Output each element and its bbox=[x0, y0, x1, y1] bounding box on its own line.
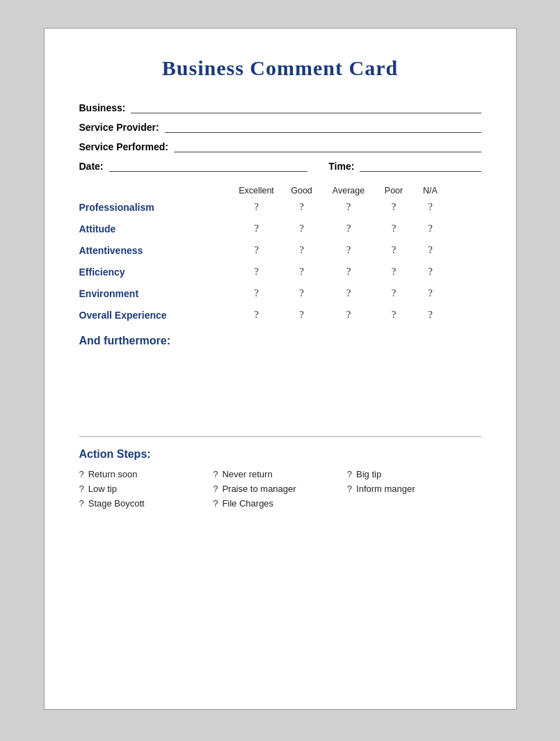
action-steps-title: Action Steps: bbox=[79, 448, 481, 461]
header-average: Average bbox=[323, 186, 375, 196]
time-label: Time: bbox=[328, 161, 354, 172]
service-provider-field-row: Service Provider: bbox=[79, 120, 481, 133]
rating-cell[interactable]: ? bbox=[413, 201, 448, 213]
date-line bbox=[109, 159, 308, 172]
action-icon: ? bbox=[79, 469, 84, 479]
rating-cell[interactable]: ? bbox=[232, 244, 281, 256]
business-line bbox=[131, 101, 481, 113]
rating-cell[interactable]: ? bbox=[232, 223, 281, 234]
date-field: Date: bbox=[79, 159, 308, 172]
rating-row: Professionalism????? bbox=[79, 201, 481, 213]
action-grid: ?Return soon?Never return?Big tip?Low ti… bbox=[79, 469, 481, 509]
comment-card: Business Comment Card Business: Service … bbox=[44, 28, 517, 710]
rating-cell[interactable]: ? bbox=[375, 223, 413, 234]
action-text: Low tip bbox=[88, 484, 117, 494]
rating-cell[interactable]: ? bbox=[281, 266, 323, 278]
rating-cell[interactable]: ? bbox=[232, 266, 281, 278]
action-text: File Charges bbox=[222, 498, 273, 509]
rating-cell[interactable]: ? bbox=[323, 287, 375, 299]
rating-cell[interactable]: ? bbox=[413, 244, 448, 256]
service-provider-line bbox=[165, 120, 481, 133]
rating-cell[interactable]: ? bbox=[281, 309, 323, 321]
rating-row: Efficiency????? bbox=[79, 266, 481, 278]
action-text: Never return bbox=[222, 469, 272, 479]
rating-cell[interactable]: ? bbox=[375, 201, 413, 213]
action-item: ?Return soon bbox=[79, 469, 214, 479]
rating-cell[interactable]: ? bbox=[281, 223, 323, 234]
service-provider-label: Service Provider: bbox=[79, 122, 159, 133]
ratings-section: Excellent Good Average Poor N/A Professi… bbox=[79, 186, 481, 321]
action-item: ?Inform manger bbox=[347, 484, 481, 494]
action-icon: ? bbox=[213, 469, 218, 479]
header-na: N/A bbox=[413, 186, 448, 196]
rating-cell[interactable]: ? bbox=[375, 287, 413, 299]
rating-row: Attentiveness????? bbox=[79, 244, 481, 256]
header-good: Good bbox=[281, 186, 323, 196]
rating-cell[interactable]: ? bbox=[375, 266, 413, 278]
rating-label: Environment bbox=[79, 288, 232, 299]
date-label: Date: bbox=[79, 161, 104, 172]
fields-section: Business: Service Provider: Service Perf… bbox=[79, 101, 481, 172]
action-text: Stage Boycott bbox=[88, 498, 145, 509]
action-item: ?Low tip bbox=[79, 484, 214, 494]
divider bbox=[79, 436, 481, 437]
service-performed-label: Service Performed: bbox=[79, 141, 168, 152]
rating-cell[interactable]: ? bbox=[281, 244, 323, 256]
rating-row: Overall Experience????? bbox=[79, 309, 481, 321]
furthermore-section: And furthermore: bbox=[79, 335, 481, 424]
business-field-row: Business: bbox=[79, 101, 481, 113]
action-item: ?Big tip bbox=[347, 469, 481, 479]
rating-cell[interactable]: ? bbox=[375, 244, 413, 256]
rating-cell[interactable]: ? bbox=[281, 201, 323, 213]
rating-row: Attitude????? bbox=[79, 223, 481, 234]
rating-cell[interactable]: ? bbox=[375, 309, 413, 321]
time-field: Time: bbox=[328, 159, 481, 172]
card-title: Business Comment Card bbox=[79, 56, 481, 80]
rating-cell[interactable]: ? bbox=[232, 309, 281, 321]
service-performed-field-row: Service Performed: bbox=[79, 140, 481, 152]
date-time-row: Date: Time: bbox=[79, 159, 481, 172]
rating-cell[interactable]: ? bbox=[413, 266, 448, 278]
action-icon: ? bbox=[213, 484, 218, 494]
header-excellent: Excellent bbox=[232, 186, 281, 196]
rating-rows-container: Professionalism?????Attitude?????Attenti… bbox=[79, 201, 481, 321]
rating-cell[interactable]: ? bbox=[323, 223, 375, 234]
time-line bbox=[360, 159, 481, 172]
action-icon: ? bbox=[79, 498, 84, 509]
action-text: Big tip bbox=[356, 469, 381, 479]
comments-area bbox=[79, 354, 481, 424]
action-steps-section: Action Steps: ?Return soon?Never return?… bbox=[79, 448, 481, 509]
service-performed-line bbox=[174, 140, 481, 152]
rating-cell[interactable]: ? bbox=[413, 287, 448, 299]
rating-cell[interactable]: ? bbox=[323, 309, 375, 321]
rating-label: Overall Experience bbox=[79, 310, 232, 321]
furthermore-title: And furthermore: bbox=[79, 335, 481, 347]
rating-label: Efficiency bbox=[79, 266, 232, 278]
rating-cell[interactable]: ? bbox=[232, 287, 281, 299]
action-item: ?File Charges bbox=[213, 498, 347, 509]
action-icon: ? bbox=[79, 484, 84, 494]
rating-cell[interactable]: ? bbox=[323, 244, 375, 256]
rating-cell[interactable]: ? bbox=[232, 201, 281, 213]
rating-label: Professionalism bbox=[79, 202, 232, 213]
header-empty bbox=[79, 186, 232, 196]
rating-cell[interactable]: ? bbox=[413, 309, 448, 321]
action-text: Praise to manager bbox=[222, 484, 296, 494]
action-text: Inform manger bbox=[356, 484, 415, 494]
action-item: ?Stage Boycott bbox=[79, 498, 214, 509]
action-item: ?Never return bbox=[213, 469, 347, 479]
rating-cell[interactable]: ? bbox=[323, 266, 375, 278]
action-icon: ? bbox=[347, 469, 352, 479]
action-text: Return soon bbox=[88, 469, 138, 479]
rating-cell[interactable]: ? bbox=[413, 223, 448, 234]
header-poor: Poor bbox=[375, 186, 413, 196]
action-icon: ? bbox=[213, 498, 218, 509]
rating-label: Attitude bbox=[79, 223, 232, 234]
action-item bbox=[347, 498, 481, 509]
action-item: ?Praise to manager bbox=[213, 484, 347, 494]
rating-row: Environment????? bbox=[79, 287, 481, 299]
rating-cell[interactable]: ? bbox=[323, 201, 375, 213]
business-label: Business: bbox=[79, 102, 126, 113]
rating-cell[interactable]: ? bbox=[281, 287, 323, 299]
rating-label: Attentiveness bbox=[79, 245, 232, 256]
